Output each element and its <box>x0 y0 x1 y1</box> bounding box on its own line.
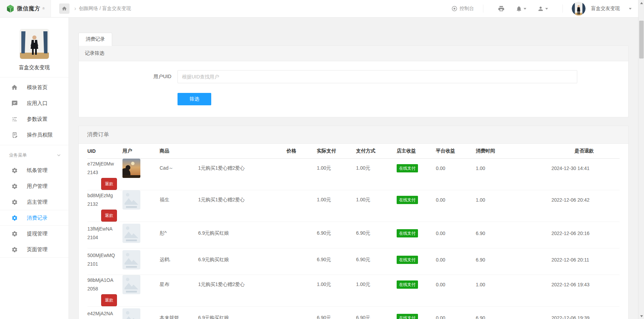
module-title: 盲盒交友变现 <box>0 64 68 71</box>
uid-cell: e42MjA2NA 2064 <box>87 309 122 319</box>
uid-cell: bd8MjEzMg 2132 <box>87 191 122 209</box>
apps-button[interactable] <box>498 5 505 12</box>
logo-registered-mark: ® <box>42 7 45 10</box>
sidebar-item-operator-permissions[interactable]: 操作员权限 <box>0 127 68 143</box>
scroll-up-button[interactable] <box>638 0 644 6</box>
account-avatar[interactable] <box>572 2 586 15</box>
actual-paid: 6.90元 <box>356 257 397 263</box>
table-row: e42MjA2NA 2064 <box>87 307 620 319</box>
app-logo[interactable]: 微信魔方 ® <box>0 0 51 17</box>
sidebar-item-active[interactable]: 消费记录 <box>0 210 68 226</box>
filter-button[interactable]: 筛选 <box>178 93 211 105</box>
sidebar-item-module-home[interactable]: 模块首页 <box>0 79 68 95</box>
user-name: 福生 <box>160 197 198 203</box>
user-menu[interactable] <box>537 6 548 12</box>
filter-panel-title: 记录筛选 <box>79 46 628 61</box>
sidebar-section-business-menu[interactable]: 业务菜单 <box>0 148 68 162</box>
breadcrumb-path[interactable]: 创颜网络 / 盲盒交友变现 <box>79 6 131 12</box>
table-row: bd8MjEzMg 2132 <box>87 190 620 222</box>
sidebar-item-label: 消费记录 <box>27 215 47 221</box>
pay-method-badge: 在线支付 <box>397 229 418 237</box>
scrollbar-thumb[interactable] <box>639 21 644 59</box>
uid-number: 2104 <box>87 233 120 242</box>
admin-page: 微信魔方 ® › 创颜网络 / 盲盒交友变现 控制台 <box>0 0 644 319</box>
scroll-down-button[interactable] <box>638 313 644 319</box>
refund-cell: 退款 <box>87 210 122 222</box>
column-header-refund: 是否退款 <box>551 148 620 154</box>
avatar-placeholder <box>122 308 140 319</box>
account-name[interactable]: 盲盒交友变现 <box>591 6 620 12</box>
table-row: e72MjE0Mw 2143 <box>87 159 620 190</box>
user-name: 星布 <box>160 281 198 288</box>
uid-code: 500MjEwMQ <box>87 251 120 260</box>
user-avatar-cell <box>122 275 160 294</box>
uid-code: e42MjA2NA <box>87 309 120 318</box>
actual-paid: 6.90元 <box>356 230 397 236</box>
actual-paid: 1.00元 <box>356 197 397 203</box>
uid-code: bd8MjEzMg <box>87 191 120 200</box>
uid-code: e72MjE0Mw <box>87 160 120 168</box>
uid-input[interactable] <box>178 70 577 83</box>
owner-income: 0.00 <box>436 282 476 287</box>
avatar-photo <box>122 159 140 178</box>
pay-method-badge: 在线支付 <box>397 280 418 289</box>
home-icon <box>62 6 67 11</box>
refund-cell: 退款 <box>87 178 122 190</box>
uid-cell: 98bMjA1OA 2058 <box>87 276 122 293</box>
refund-cell: 退款 <box>87 294 122 306</box>
uid-cell: 500MjEwMQ 2101 <box>87 251 122 268</box>
sidebar-item-parameters[interactable]: 参数设置 <box>0 111 68 127</box>
breadcrumb-home-button[interactable] <box>59 3 69 14</box>
refund-button[interactable]: 退款 <box>101 294 117 306</box>
caret-down-icon <box>524 8 526 10</box>
avatar-placeholder <box>122 250 140 269</box>
sidebar-item-business[interactable]: 用户管理 <box>0 178 68 194</box>
list-icon <box>11 116 18 123</box>
sidebar-section-items: 纸条管理 用户管理 店主管理 消费记录 提现管理 页面管理 <box>0 162 68 257</box>
navbar-right: 控制台 <box>451 0 644 17</box>
sidebar-item-business[interactable]: 纸条管理 <box>0 162 68 178</box>
gear-icon <box>11 199 18 205</box>
uid-cell: 13fMjEwNA 2104 <box>87 225 122 242</box>
divider <box>562 4 563 13</box>
product-name: 6.9元购买红娘 <box>198 230 317 236</box>
gear-icon <box>11 167 18 174</box>
gear-icon <box>11 231 18 237</box>
vertical-scrollbar[interactable] <box>638 0 644 319</box>
console-link[interactable]: 控制台 <box>451 6 474 12</box>
refund-button[interactable]: 退款 <box>101 210 117 222</box>
orders-panel: 消费订单 UID 用户 商品 价格 实际支付 支付方式 店主收益 平台收益 消费… <box>78 126 629 319</box>
sidebar-item-label: 参数设置 <box>27 116 47 123</box>
chevron-down-icon <box>56 152 62 158</box>
divider <box>0 257 68 258</box>
module-card: 盲盒交友变现 <box>0 18 68 77</box>
tab-consumption-records[interactable]: 消费记录 <box>78 33 112 46</box>
sidebar-item-business[interactable]: 页面管理 <box>0 242 68 257</box>
sidebar-item-app-entry[interactable]: 应用入口 <box>0 95 68 111</box>
account-caret-down-icon[interactable] <box>629 8 632 10</box>
price: 1.00元 <box>317 165 356 171</box>
sidebar-item-business[interactable]: 店主管理 <box>0 194 68 210</box>
actual-paid: 1.00元 <box>356 281 397 288</box>
user-name: Cad～ <box>160 165 198 171</box>
person-icon <box>537 6 544 12</box>
user-avatar <box>122 159 140 178</box>
platform-income: 1.00 <box>476 282 551 287</box>
console-label: 控制台 <box>460 6 474 12</box>
actual-paid: 6.90元 <box>356 315 397 319</box>
price: 1.00元 <box>317 281 356 288</box>
product-name: 1元购买1爱心赠2爱心 <box>198 281 317 288</box>
sidebar-item-label: 页面管理 <box>27 246 47 253</box>
platform-income: 1.00 <box>476 197 551 203</box>
consumption-time: 2022-12-06 20:11 <box>551 257 620 263</box>
user-name: 远鹤. <box>160 257 198 263</box>
table-header-row: UID 用户 商品 价格 实际支付 支付方式 店主收益 平台收益 消费时间 是否… <box>87 144 620 159</box>
sidebar-item-business[interactable]: 提现管理 <box>0 226 68 242</box>
sidebar-item-label: 模块首页 <box>27 84 47 91</box>
notifications-menu[interactable] <box>516 6 526 12</box>
price: 6.90元 <box>317 315 356 319</box>
owner-income: 0.00 <box>436 166 476 171</box>
table-row: 13fMjEwNA 2104 <box>87 222 620 248</box>
gear-icon <box>11 215 18 221</box>
refund-button[interactable]: 退款 <box>101 178 117 190</box>
